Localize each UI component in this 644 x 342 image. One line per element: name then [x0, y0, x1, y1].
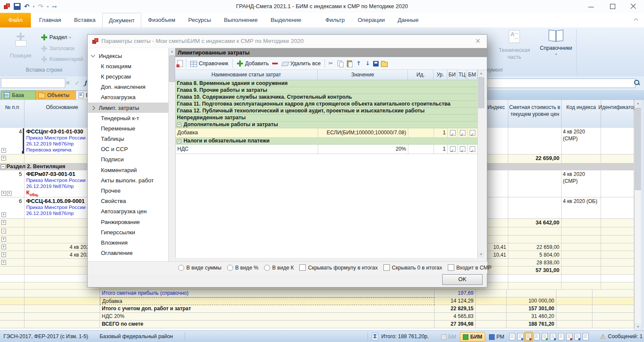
bi-checkbox-cell[interactable] [448, 145, 458, 154]
bi-checkbox-cell[interactable] [448, 128, 458, 138]
checkbox-checked-icon[interactable] [460, 146, 465, 152]
tab-base[interactable]: База [1, 91, 36, 100]
option-checkbox[interactable]: Скрывать 0 в итогах [383, 264, 442, 271]
totals-row[interactable]: Итого с учетом доп. работ и затрат 22 82… [0, 305, 634, 313]
ribbon-tab[interactable]: Вставка [67, 13, 102, 27]
cost-group-row[interactable]: Глава 8. Временные здания и сооружения [176, 80, 477, 87]
col-bm[interactable]: БМ [467, 70, 477, 80]
status-doc-icon[interactable] [526, 333, 532, 340]
paste-icon[interactable] [346, 60, 353, 67]
scroll-up-icon[interactable] [169, 48, 175, 55]
dialog-nav-item[interactable]: Индексы [88, 51, 168, 61]
customize-qat-icon[interactable]: ═▾ [52, 4, 57, 9]
totals-row[interactable]: НДС 20% 4 565,83 31 460,20 [0, 313, 634, 321]
cost-group-row[interactable]: Глава 12. Публичный технологический и це… [176, 108, 477, 115]
save-list-icon[interactable] [373, 61, 379, 67]
scroll-down-icon[interactable] [635, 324, 641, 330]
cost-group-row[interactable]: Дополнительные работы и затраты [176, 121, 477, 128]
cost-row[interactable]: Глава 12. Публичный технологический и це… [176, 108, 477, 115]
status-doc-icon[interactable] [509, 333, 515, 340]
cost-group-row[interactable]: Непредвиденные затраты [176, 115, 477, 121]
dialog-nav-item[interactable]: Вложения [88, 237, 168, 248]
add-button[interactable]: Добавить [236, 60, 270, 67]
status-doc-icon[interactable] [558, 333, 564, 340]
expand-icon[interactable] [1, 148, 6, 153]
option-checkbox[interactable]: Скрывать формулу в итогах [299, 264, 377, 271]
cost-row[interactable]: Налоги и обязательные платежи [176, 138, 477, 145]
cost-row[interactable]: НДС 20% 1 [176, 145, 477, 154]
dialog-nav-item[interactable]: Таблицы [88, 134, 168, 144]
dialog-nav-item[interactable]: Подписи [88, 154, 168, 165]
dialog-nav-item[interactable]: Доп. начисления [88, 82, 168, 92]
dialog-close-icon[interactable] [472, 36, 483, 46]
col-current-cost[interactable]: Сметная стоимость в текущем уровне цен [508, 100, 562, 128]
costs-table-scrollbar[interactable] [477, 70, 485, 258]
status-doc-icon[interactable] [534, 333, 540, 340]
col-cost-name[interactable]: Наименование статьи затрат [175, 70, 318, 80]
tc-checkbox-cell[interactable] [458, 128, 468, 138]
grid-vertical-scrollbar[interactable] [634, 100, 641, 330]
dialog-nav-item[interactable]: Свойства [88, 196, 168, 206]
copy-icon[interactable] [337, 60, 344, 67]
status-doc-icon[interactable] [517, 333, 523, 340]
checkbox-checked-icon[interactable] [450, 130, 456, 136]
ribbon-tab[interactable]: Фильтр [319, 13, 351, 27]
collapse-icon[interactable] [177, 139, 181, 143]
totals-row[interactable]: ВСЕГО по смете 27 394,98 188 761,20 [0, 321, 634, 328]
collapse-icon[interactable] [1, 164, 6, 169]
col-tc[interactable]: ТЦ [457, 70, 467, 80]
cost-row[interactable]: Непредвиденные затраты [176, 115, 477, 121]
razdel-button[interactable]: Раздел ▾ [41, 33, 71, 42]
checkbox-checked-icon[interactable] [460, 130, 465, 136]
expand-icon[interactable] [1, 260, 6, 265]
dialog-nav-item[interactable]: Ранжирование [88, 217, 168, 227]
col-level[interactable]: Ур. [434, 70, 447, 80]
bm-checkbox-cell[interactable] [468, 145, 478, 154]
collapse-ribbon-icon[interactable] [635, 18, 638, 21]
tree-scrollbar[interactable] [168, 48, 176, 273]
expand-icon[interactable] [1, 212, 6, 217]
restore-button[interactable] [603, 0, 623, 13]
checkbox-checked-icon[interactable] [450, 146, 456, 152]
display-mode-radio[interactable]: В виде % [227, 265, 258, 271]
ribbon-tab[interactable]: Данные [391, 13, 425, 27]
expand-icon[interactable] [1, 191, 6, 196]
col-value[interactable]: Значение [318, 70, 408, 80]
dialog-nav-item[interactable]: Комментарий [88, 165, 168, 175]
col-index[interactable]: Индекс [484, 100, 508, 128]
tc-checkbox-cell[interactable] [458, 145, 468, 154]
scroll-down-icon[interactable] [478, 251, 484, 258]
scroll-up-icon[interactable] [635, 100, 641, 107]
dialog-nav-item[interactable]: К позициям [88, 61, 168, 71]
confirm-icon[interactable]: ✓ [75, 79, 80, 86]
totals-row[interactable]: Добавка 14 124,29 100 000,00 [0, 297, 634, 305]
formula-input[interactable] [1, 78, 65, 88]
status-doc-icon[interactable] [566, 333, 572, 340]
ribbon-tab[interactable]: Ресурсы [182, 13, 217, 27]
close-button[interactable] [623, 0, 643, 13]
expand-icon[interactable] [1, 156, 6, 160]
cost-group-row[interactable]: Глава 9. Прочие работы и затраты [176, 87, 477, 94]
mode-toggle[interactable]: БИМ [460, 332, 485, 342]
cost-group-row[interactable]: Глава 10. Содержание службы заказчика. С… [176, 94, 477, 101]
scroll-thumb[interactable] [169, 55, 175, 82]
col-num[interactable]: № п.п [0, 100, 24, 128]
checkbox-checked-icon[interactable] [470, 146, 475, 152]
status-doc-icon[interactable] [574, 333, 580, 340]
ribbon-tab[interactable]: Главная [33, 13, 67, 27]
cost-row[interactable]: Дополнительные работы и затраты [176, 121, 477, 128]
dialog-nav-item[interactable]: ОС и ССР [88, 144, 168, 154]
scroll-thumb[interactable] [478, 77, 484, 108]
scroll-thumb[interactable] [635, 108, 641, 190]
dialog-nav-item[interactable]: Гиперссылки [88, 227, 168, 237]
dialog-nav-item[interactable]: Оглавление [88, 248, 168, 258]
dialog-nav-item[interactable]: Прочее [88, 185, 168, 196]
minimize-button[interactable] [581, 0, 601, 13]
col-identifier[interactable]: Идентификатор [601, 100, 634, 128]
dialog-nav-item[interactable]: Лимит. затраты [88, 103, 168, 113]
col-index-code[interactable]: Код индекса [562, 100, 601, 128]
cost-row[interactable]: Глава 8. Временные здания и сооружения [176, 80, 477, 87]
collapse-icon[interactable] [177, 123, 181, 127]
ribbon-tab[interactable]: Документ [102, 13, 142, 27]
dialog-nav-item[interactable]: Автозагрузка [88, 92, 168, 103]
